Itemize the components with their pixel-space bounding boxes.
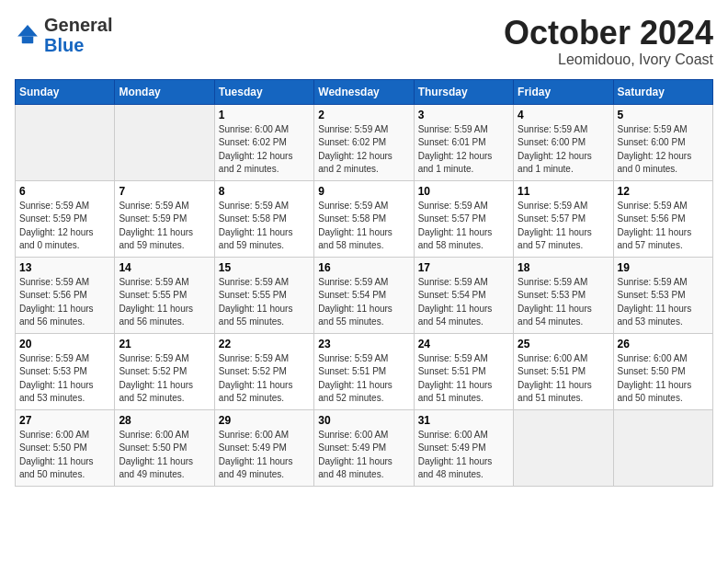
day-number: 23: [318, 338, 409, 350]
calendar-cell: 19Sunrise: 5:59 AMSunset: 5:53 PMDayligh…: [613, 257, 712, 333]
day-number: 12: [618, 185, 709, 198]
day-info: Sunrise: 5:59 AMSunset: 6:00 PMDaylight:…: [518, 123, 609, 177]
calendar-cell: [16, 104, 115, 180]
day-number: 7: [119, 185, 210, 198]
calendar-cell: 25Sunrise: 6:00 AMSunset: 5:51 PMDayligh…: [514, 333, 613, 409]
day-info: Sunrise: 6:00 AMSunset: 6:02 PMDaylight:…: [219, 123, 310, 177]
day-number: 30: [318, 414, 409, 427]
calendar-cell: 10Sunrise: 5:59 AMSunset: 5:57 PMDayligh…: [414, 180, 513, 257]
calendar-cell: 15Sunrise: 5:59 AMSunset: 5:55 PMDayligh…: [214, 257, 313, 333]
weekday-header: Wednesday: [314, 79, 414, 104]
day-info: Sunrise: 5:59 AMSunset: 5:55 PMDaylight:…: [119, 276, 210, 329]
day-number: 25: [518, 338, 609, 350]
calendar-cell: 4Sunrise: 5:59 AMSunset: 6:00 PMDaylight…: [514, 104, 613, 180]
day-info: Sunrise: 5:59 AMSunset: 5:54 PMDaylight:…: [318, 276, 409, 329]
day-info: Sunrise: 5:59 AMSunset: 5:56 PMDaylight:…: [19, 276, 110, 329]
weekday-header: Thursday: [414, 79, 513, 104]
calendar-cell: 2Sunrise: 5:59 AMSunset: 6:02 PMDaylight…: [314, 104, 414, 180]
calendar-cell: 26Sunrise: 6:00 AMSunset: 5:50 PMDayligh…: [613, 333, 712, 409]
day-info: Sunrise: 5:59 AMSunset: 5:58 PMDaylight:…: [318, 200, 409, 253]
day-number: 24: [418, 338, 509, 350]
calendar-cell: 11Sunrise: 5:59 AMSunset: 5:57 PMDayligh…: [514, 180, 613, 257]
title-area: October 2024 Leomidouo, Ivory Coast: [504, 15, 713, 68]
calendar-cell: [115, 104, 214, 180]
day-number: 14: [119, 261, 210, 274]
calendar-subtitle: Leomidouo, Ivory Coast: [504, 52, 713, 68]
day-info: Sunrise: 5:59 AMSunset: 5:59 PMDaylight:…: [119, 200, 210, 253]
day-number: 13: [19, 261, 110, 274]
day-info: Sunrise: 6:00 AMSunset: 5:49 PMDaylight:…: [418, 429, 509, 482]
day-info: Sunrise: 6:00 AMSunset: 5:49 PMDaylight:…: [219, 429, 310, 482]
calendar-cell: 16Sunrise: 5:59 AMSunset: 5:54 PMDayligh…: [314, 257, 414, 333]
day-number: 15: [219, 261, 310, 274]
day-info: Sunrise: 5:59 AMSunset: 5:57 PMDaylight:…: [518, 200, 609, 253]
day-info: Sunrise: 5:59 AMSunset: 5:58 PMDaylight:…: [219, 200, 310, 253]
day-info: Sunrise: 5:59 AMSunset: 5:54 PMDaylight:…: [418, 276, 509, 329]
day-number: 26: [618, 338, 709, 350]
day-number: 1: [219, 109, 310, 121]
day-info: Sunrise: 5:59 AMSunset: 5:55 PMDaylight:…: [219, 276, 310, 329]
day-info: Sunrise: 5:59 AMSunset: 5:52 PMDaylight:…: [219, 352, 310, 406]
day-info: Sunrise: 5:59 AMSunset: 5:51 PMDaylight:…: [418, 352, 509, 406]
weekday-row: SundayMondayTuesdayWednesdayThursdayFrid…: [16, 79, 713, 104]
calendar-cell: 20Sunrise: 5:59 AMSunset: 5:53 PMDayligh…: [16, 333, 115, 409]
svg-marker-0: [17, 25, 38, 36]
header: General Blue October 2024 Leomidouo, Ivo…: [15, 15, 713, 68]
day-info: Sunrise: 6:00 AMSunset: 5:51 PMDaylight:…: [518, 352, 609, 406]
day-number: 22: [219, 338, 310, 350]
day-number: 10: [418, 185, 509, 198]
calendar-cell: 8Sunrise: 5:59 AMSunset: 5:58 PMDaylight…: [214, 180, 313, 257]
day-info: Sunrise: 5:59 AMSunset: 6:02 PMDaylight:…: [318, 123, 409, 177]
day-number: 2: [318, 109, 409, 121]
calendar-cell: 31Sunrise: 6:00 AMSunset: 5:49 PMDayligh…: [414, 409, 513, 486]
logo-general: General: [44, 15, 112, 35]
day-number: 20: [19, 338, 110, 350]
day-number: 29: [219, 414, 310, 427]
calendar-cell: [514, 409, 613, 486]
calendar-cell: 5Sunrise: 5:59 AMSunset: 6:00 PMDaylight…: [613, 104, 712, 180]
calendar-week-row: 13Sunrise: 5:59 AMSunset: 5:56 PMDayligh…: [16, 257, 713, 333]
calendar-week-row: 1Sunrise: 6:00 AMSunset: 6:02 PMDaylight…: [16, 104, 713, 180]
day-number: 18: [518, 261, 609, 274]
weekday-header: Friday: [514, 79, 613, 104]
calendar-body: 1Sunrise: 6:00 AMSunset: 6:02 PMDaylight…: [16, 104, 713, 486]
day-number: 16: [318, 261, 409, 274]
day-number: 5: [618, 109, 709, 121]
calendar-cell: 14Sunrise: 5:59 AMSunset: 5:55 PMDayligh…: [115, 257, 214, 333]
day-info: Sunrise: 5:59 AMSunset: 5:57 PMDaylight:…: [418, 200, 509, 253]
calendar-header: SundayMondayTuesdayWednesdayThursdayFrid…: [16, 79, 713, 104]
day-info: Sunrise: 5:59 AMSunset: 5:53 PMDaylight:…: [618, 276, 709, 329]
calendar-cell: [613, 409, 712, 486]
calendar-cell: 28Sunrise: 6:00 AMSunset: 5:50 PMDayligh…: [115, 409, 214, 486]
calendar-week-row: 6Sunrise: 5:59 AMSunset: 5:59 PMDaylight…: [16, 180, 713, 257]
calendar-cell: 24Sunrise: 5:59 AMSunset: 5:51 PMDayligh…: [414, 333, 513, 409]
day-number: 8: [219, 185, 310, 198]
calendar-cell: 27Sunrise: 6:00 AMSunset: 5:50 PMDayligh…: [16, 409, 115, 486]
logo-icon: [15, 22, 40, 48]
day-number: 17: [418, 261, 509, 274]
day-info: Sunrise: 5:59 AMSunset: 5:51 PMDaylight:…: [318, 352, 409, 406]
calendar-cell: 22Sunrise: 5:59 AMSunset: 5:52 PMDayligh…: [214, 333, 313, 409]
calendar-cell: 1Sunrise: 6:00 AMSunset: 6:02 PMDaylight…: [214, 104, 313, 180]
weekday-header: Saturday: [613, 79, 712, 104]
day-info: Sunrise: 6:00 AMSunset: 5:49 PMDaylight:…: [318, 429, 409, 482]
calendar-cell: 13Sunrise: 5:59 AMSunset: 5:56 PMDayligh…: [16, 257, 115, 333]
day-number: 3: [418, 109, 509, 121]
day-info: Sunrise: 5:59 AMSunset: 6:01 PMDaylight:…: [418, 123, 509, 177]
calendar-cell: 6Sunrise: 5:59 AMSunset: 5:59 PMDaylight…: [16, 180, 115, 257]
day-number: 11: [518, 185, 609, 198]
day-number: 27: [19, 414, 110, 427]
day-number: 28: [119, 414, 210, 427]
calendar-week-row: 27Sunrise: 6:00 AMSunset: 5:50 PMDayligh…: [16, 409, 713, 486]
day-number: 31: [418, 414, 509, 427]
logo-text: General Blue: [44, 15, 112, 55]
calendar-week-row: 20Sunrise: 5:59 AMSunset: 5:53 PMDayligh…: [16, 333, 713, 409]
day-info: Sunrise: 5:59 AMSunset: 5:52 PMDaylight:…: [119, 352, 210, 406]
day-info: Sunrise: 5:59 AMSunset: 5:53 PMDaylight:…: [518, 276, 609, 329]
svg-rect-1: [22, 37, 33, 44]
day-number: 6: [19, 185, 110, 198]
day-number: 19: [618, 261, 709, 274]
day-info: Sunrise: 6:00 AMSunset: 5:50 PMDaylight:…: [19, 429, 110, 482]
day-info: Sunrise: 6:00 AMSunset: 5:50 PMDaylight:…: [119, 429, 210, 482]
day-info: Sunrise: 5:59 AMSunset: 5:56 PMDaylight:…: [618, 200, 709, 253]
